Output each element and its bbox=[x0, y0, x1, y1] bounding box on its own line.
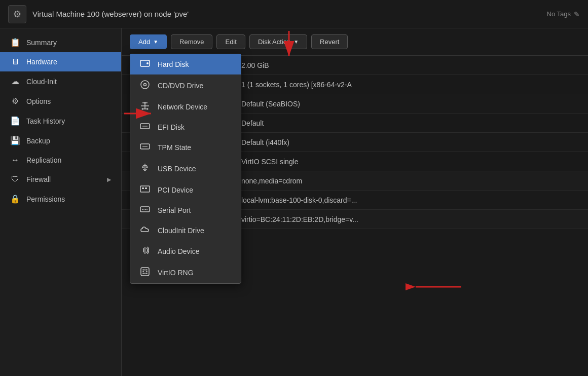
menu-item-tpm-state[interactable]: TPM State bbox=[130, 137, 241, 158]
svg-point-10 bbox=[147, 108, 149, 110]
svg-point-9 bbox=[142, 108, 143, 110]
sidebar-item-task-history[interactable]: 📄 Task History bbox=[0, 111, 121, 131]
sidebar-item-firewall[interactable]: 🛡 Firewall ▶ bbox=[0, 170, 121, 189]
menu-item-cloudinit-drive[interactable]: CloudInit Drive bbox=[130, 220, 241, 241]
sidebar: 📋 Summary 🖥 Hardware ☁ Cloud-Init ⚙ Opti… bbox=[0, 28, 122, 376]
sidebar-label-cloud-init: Cloud-Init bbox=[26, 78, 57, 86]
device-value: 2.00 GiB bbox=[241, 61, 580, 69]
sidebar-label-firewall: Firewall bbox=[26, 175, 51, 183]
device-value: none,media=cdrom bbox=[241, 177, 580, 185]
task-history-icon: 📄 bbox=[10, 116, 20, 126]
menu-item-efi-disk[interactable]: EFI Disk bbox=[130, 117, 241, 137]
sidebar-item-cloud-init[interactable]: ☁ Cloud-Init bbox=[0, 71, 121, 91]
disk-action-button[interactable]: Disk Action ▼ bbox=[249, 34, 307, 49]
menu-label-cloudinit-drive: CloudInit Drive bbox=[158, 227, 204, 235]
svg-point-27 bbox=[144, 269, 145, 270]
add-button[interactable]: Add ▼ bbox=[130, 34, 167, 49]
svg-rect-19 bbox=[145, 187, 147, 189]
efi-disk-icon bbox=[139, 122, 151, 132]
menu-label-virtio-rng: VirtIO RNG bbox=[158, 269, 194, 277]
sidebar-item-backup[interactable]: 💾 Backup bbox=[0, 131, 121, 151]
main-layout: 📋 Summary 🖥 Hardware ☁ Cloud-Init ⚙ Opti… bbox=[0, 28, 588, 376]
sidebar-item-summary[interactable]: 📋 Summary bbox=[0, 32, 121, 52]
add-dropdown-icon: ▼ bbox=[153, 39, 158, 45]
svg-point-33 bbox=[146, 273, 147, 274]
svg-point-6 bbox=[141, 81, 149, 89]
sidebar-item-permissions[interactable]: 🔒 Permissions bbox=[0, 189, 121, 209]
remove-button[interactable]: Remove bbox=[171, 34, 212, 49]
edit-tags-icon[interactable]: ✎ bbox=[574, 10, 580, 18]
sidebar-item-hardware[interactable]: 🖥 Hardware bbox=[0, 52, 121, 71]
svg-point-32 bbox=[144, 273, 145, 274]
gear-icon[interactable]: ⚙ bbox=[8, 5, 26, 23]
device-value: 1 (1 sockets, 1 cores) [x86-64-v2-A bbox=[241, 81, 580, 89]
device-value: Default (i440fx) bbox=[241, 138, 580, 146]
menu-label-pci-device: PCI Device bbox=[158, 186, 193, 194]
svg-point-29 bbox=[142, 271, 143, 272]
sidebar-label-task-history: Task History bbox=[26, 117, 65, 125]
usb-device-icon bbox=[139, 163, 151, 175]
svg-point-15 bbox=[142, 167, 144, 168]
disk-action-dropdown-icon: ▼ bbox=[293, 39, 299, 45]
title-bar: ⚙ Virtual Machine 100 (webserver) on nod… bbox=[0, 0, 588, 28]
pci-device-icon bbox=[139, 185, 151, 195]
firewall-chevron-icon: ▶ bbox=[107, 176, 111, 183]
sidebar-label-summary: Summary bbox=[26, 39, 57, 47]
menu-label-audio-device: Audio Device bbox=[158, 247, 200, 255]
menu-item-serial-port[interactable]: Serial Port bbox=[130, 200, 241, 220]
menu-item-pci-device[interactable]: PCI Device bbox=[130, 180, 241, 200]
permissions-icon: 🔒 bbox=[10, 194, 20, 204]
revert-label: Revert bbox=[320, 38, 339, 46]
menu-item-hard-disk[interactable]: Hard Disk bbox=[130, 54, 241, 74]
sidebar-label-hardware: Hardware bbox=[26, 58, 57, 66]
menu-label-network-device: Network Device bbox=[158, 103, 207, 111]
add-label: Add bbox=[138, 38, 150, 46]
sidebar-item-options[interactable]: ⚙ Options bbox=[0, 91, 121, 111]
hard-disk-icon bbox=[139, 59, 151, 69]
sidebar-label-backup: Backup bbox=[26, 137, 50, 145]
menu-item-usb-device[interactable]: USB Device bbox=[130, 158, 241, 180]
hardware-icon: 🖥 bbox=[10, 57, 20, 66]
menu-label-tpm-state: TPM State bbox=[158, 143, 191, 152]
svg-point-30 bbox=[146, 271, 147, 272]
device-value: VirtIO SCSI single bbox=[241, 158, 580, 166]
cloud-init-icon: ☁ bbox=[10, 77, 20, 86]
svg-point-22 bbox=[143, 209, 144, 210]
menu-label-hard-disk: Hard Disk bbox=[158, 60, 189, 68]
menu-item-virtio-rng[interactable]: VirtIO RNG bbox=[130, 262, 241, 283]
device-value: Default (SeaBIOS) bbox=[241, 100, 580, 108]
no-tags: No Tags ✎ bbox=[547, 10, 580, 18]
revert-button[interactable]: Revert bbox=[311, 34, 348, 49]
no-tags-label: No Tags bbox=[547, 10, 571, 18]
remove-label: Remove bbox=[179, 38, 204, 46]
svg-point-31 bbox=[142, 273, 143, 274]
svg-point-5 bbox=[146, 62, 149, 64]
edit-label: Edit bbox=[225, 38, 236, 46]
content-area: Add ▼ Remove Edit Disk Action ▼ Revert bbox=[122, 28, 588, 376]
menu-label-efi-disk: EFI Disk bbox=[158, 123, 185, 131]
sidebar-item-replication[interactable]: ↔ Replication bbox=[0, 151, 121, 170]
sidebar-label-replication: Replication bbox=[26, 156, 61, 164]
disk-action-label: Disk Action bbox=[258, 38, 290, 46]
sidebar-label-options: Options bbox=[26, 97, 51, 105]
svg-point-21 bbox=[142, 209, 143, 210]
svg-point-23 bbox=[145, 209, 146, 210]
menu-item-cd-dvd[interactable]: CD/DVD Drive bbox=[130, 74, 241, 97]
edit-button[interactable]: Edit bbox=[216, 34, 245, 49]
summary-icon: 📋 bbox=[10, 37, 20, 47]
menu-item-audio-device[interactable]: Audio Device bbox=[130, 241, 241, 262]
cloudinit-drive-icon bbox=[139, 225, 151, 236]
backup-icon: 💾 bbox=[10, 136, 20, 145]
vm-title: Virtual Machine 100 (webserver) on node … bbox=[32, 10, 541, 18]
menu-label-usb-device: USB Device bbox=[158, 165, 196, 173]
menu-item-network-device[interactable]: Network Device bbox=[130, 97, 241, 117]
cd-dvd-icon bbox=[139, 80, 151, 92]
device-value: virtio=BC:24:11:2D:EB:2D,bridge=v... bbox=[241, 215, 580, 223]
svg-rect-18 bbox=[142, 187, 144, 189]
menu-label-cd-dvd: CD/DVD Drive bbox=[158, 82, 203, 90]
serial-port-icon bbox=[139, 205, 151, 215]
svg-point-28 bbox=[146, 269, 147, 270]
svg-rect-17 bbox=[140, 186, 150, 192]
svg-rect-25 bbox=[141, 268, 149, 276]
add-dropdown-menu: Hard Disk CD/DVD Drive Network Device bbox=[130, 54, 241, 284]
